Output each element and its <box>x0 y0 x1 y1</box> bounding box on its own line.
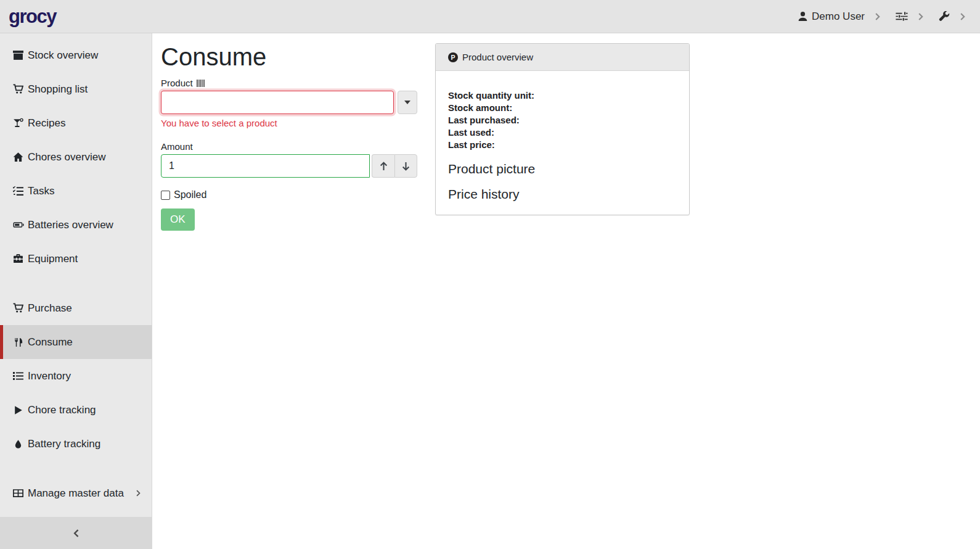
product-label: Product <box>161 78 193 88</box>
sidebar-item-chore-tracking[interactable]: Chore tracking <box>0 393 152 427</box>
sidebar-item-label: Manage master data <box>28 487 124 500</box>
table-icon <box>12 488 24 498</box>
sidebar-item-battery-tracking[interactable]: Battery tracking <box>0 427 152 461</box>
arrow-up-icon <box>379 162 388 171</box>
sidebar-item-label: Battery tracking <box>28 438 100 450</box>
sidebar-item-label: Shopping list <box>28 83 88 96</box>
sidebar-item-label: Consume <box>28 336 73 349</box>
spoiled-label: Spoiled <box>174 189 206 200</box>
toolbox-icon <box>12 254 24 264</box>
chevron-right-icon[interactable] <box>960 13 965 20</box>
sidebar-group-divider <box>0 461 152 476</box>
tasks-icon <box>12 186 24 196</box>
consume-form: Product You have to select a product Amo… <box>161 78 417 231</box>
arrow-down-icon <box>401 162 410 171</box>
grocy-logo[interactable]: grocy <box>9 7 56 26</box>
user-menu[interactable]: Demo User <box>798 10 865 23</box>
card-title: Product overview <box>462 52 533 62</box>
user-label: Demo User <box>812 10 865 23</box>
ok-button[interactable]: OK <box>161 208 195 231</box>
product-dropdown-button[interactable] <box>398 91 417 114</box>
product-error-message: You have to select a product <box>161 118 417 128</box>
product-picture-heading: Product picture <box>448 162 677 176</box>
top-navbar: grocy Demo User <box>0 0 980 33</box>
chevron-left-icon <box>73 529 79 537</box>
sidebar-item-consume[interactable]: Consume <box>0 325 152 359</box>
user-icon <box>798 11 808 22</box>
sidebar-item-label: Inventory <box>28 370 71 382</box>
sidebar-item-recipes[interactable]: Recipes <box>0 106 152 140</box>
card-body: Stock quantity unit: Stock amount: Last … <box>436 71 689 202</box>
card-header: P Product overview <box>436 44 689 71</box>
product-overview-card: P Product overview Stock quantity unit: … <box>435 43 690 215</box>
sidebar-item-label: Chore tracking <box>28 404 96 416</box>
amount-input[interactable] <box>161 154 370 178</box>
settings-sliders-icon[interactable] <box>896 11 908 22</box>
sidebar-item-label: Tasks <box>28 185 54 197</box>
sidebar-item-label: Equipment <box>28 253 78 265</box>
play-icon <box>12 405 24 415</box>
sidebar: Stock overview Shopping list Recipes Cho… <box>0 33 152 549</box>
product-circle-icon: P <box>448 52 458 62</box>
sidebar-item-purchase[interactable]: Purchase <box>0 291 152 325</box>
main-content: Consume Product You have to select a pro… <box>152 33 980 549</box>
sidebar-item-chores-overview[interactable]: Chores overview <box>0 140 152 174</box>
stock-amount-field: Stock amount: <box>448 102 677 114</box>
sidebar-item-inventory[interactable]: Inventory <box>0 359 152 393</box>
last-purchased-field: Last purchased: <box>448 114 677 126</box>
sidebar-item-label: Chores overview <box>28 151 106 163</box>
chevron-right-icon <box>136 490 141 497</box>
spoiled-checkbox[interactable] <box>161 191 170 200</box>
cart-icon <box>12 303 24 313</box>
sidebar-item-equipment[interactable]: Equipment <box>0 242 152 276</box>
cart-icon <box>12 84 24 94</box>
stock-quantity-unit-field: Stock quantity unit: <box>448 89 677 102</box>
cocktail-icon <box>12 118 24 128</box>
amount-increment-button[interactable] <box>372 154 394 178</box>
sidebar-item-batteries-overview[interactable]: Batteries overview <box>0 208 152 242</box>
sidebar-item-manage-master-data[interactable]: Manage master data <box>0 476 152 510</box>
barcode-icon[interactable] <box>197 80 205 87</box>
amount-decrement-button[interactable] <box>394 154 417 178</box>
sidebar-item-label: Recipes <box>28 117 65 130</box>
chevron-right-icon[interactable] <box>918 13 923 20</box>
sidebar-item-stock-overview[interactable]: Stock overview <box>0 38 152 72</box>
sidebar-item-shopping-list[interactable]: Shopping list <box>0 72 152 106</box>
sidebar-collapse-button[interactable] <box>0 517 152 549</box>
navbar-right: Demo User <box>798 10 969 23</box>
chevron-right-icon[interactable] <box>875 13 880 20</box>
home-icon <box>12 152 24 162</box>
price-history-heading: Price history <box>448 187 677 202</box>
sidebar-item-label: Purchase <box>28 302 72 315</box>
utensils-icon <box>12 337 24 347</box>
wrench-icon[interactable] <box>939 11 950 22</box>
box-icon <box>12 50 24 60</box>
last-price-field: Last price: <box>448 139 677 151</box>
sidebar-group-divider <box>0 276 152 291</box>
sidebar-item-label: Stock overview <box>28 49 98 62</box>
battery-icon <box>12 220 24 230</box>
sidebar-item-tasks[interactable]: Tasks <box>0 174 152 208</box>
list-icon <box>12 371 24 381</box>
sidebar-item-label: Batteries overview <box>28 219 113 231</box>
caret-down-icon <box>404 101 410 104</box>
last-used-field: Last used: <box>448 126 677 139</box>
droplet-icon <box>12 439 24 449</box>
amount-label: Amount <box>161 141 193 152</box>
product-input[interactable] <box>161 91 394 114</box>
